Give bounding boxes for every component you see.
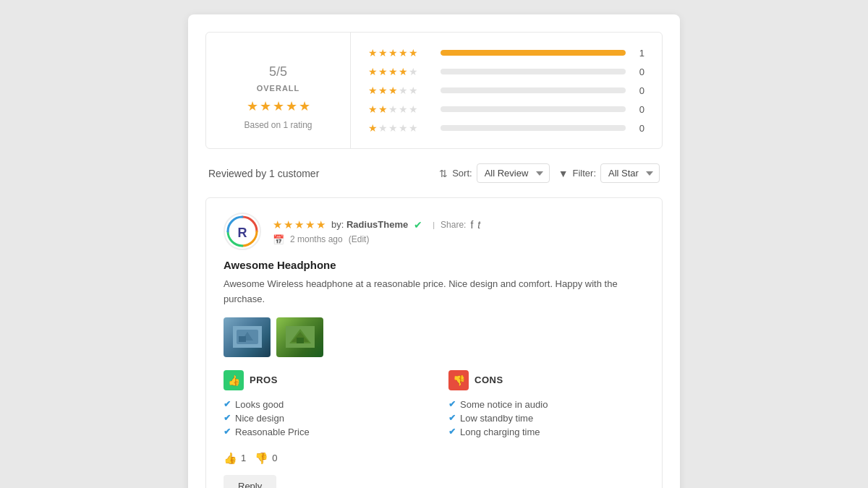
review-images <box>224 317 644 357</box>
bar-count-4: 0 <box>633 67 644 77</box>
bar-stars-4: ★ ★ ★ ★ ★ <box>368 66 433 77</box>
bar-row-5: ★ ★ ★ ★ ★ 1 <box>368 47 644 59</box>
s2: ★ <box>378 122 388 134</box>
reply-button[interactable]: Reply <box>224 475 276 488</box>
review-title: Awesome Headphone <box>224 259 644 271</box>
review-card: R ★ ★ ★ ★ ★ <box>205 197 663 488</box>
star-2: ★ <box>260 98 271 114</box>
cons-icon: 👎 <box>448 370 469 390</box>
bar-stars-3: ★ ★ ★ ★ ★ <box>368 85 433 96</box>
overall-score: 5/5 <box>269 51 287 81</box>
s3: ★ <box>388 47 398 59</box>
facebook-icon[interactable]: f <box>470 219 473 231</box>
cons-item-2: ✔ Low standby time <box>448 411 644 425</box>
filter-select[interactable]: All Star 5 Star 4 Star 3 Star 2 Star 1 S… <box>600 163 660 183</box>
review-stars: ★ ★ ★ ★ ★ <box>273 218 326 231</box>
bar-row-3: ★ ★ ★ ★ ★ 0 <box>368 85 644 96</box>
reviewer-name: RadiusTheme <box>346 219 408 230</box>
helpful-row: 👍 1 👎 0 <box>224 452 644 465</box>
reviewed-by: Reviewed by 1 customer <box>208 168 319 179</box>
pros-list: ✔ Looks good ✔ Nice design ✔ Reasonable … <box>224 398 420 439</box>
thumbs-down-btn[interactable]: 👎 0 <box>255 452 277 465</box>
pros-item-2-text: Nice design <box>235 413 284 424</box>
thumbs-up-btn[interactable]: 👍 1 <box>224 452 246 465</box>
check-icon-1: ✔ <box>224 399 231 409</box>
review-by-label: by: RadiusTheme <box>331 219 408 230</box>
s5: ★ <box>409 122 418 134</box>
twitter-icon[interactable]: t <box>477 219 480 231</box>
calendar-icon: 📅 <box>273 234 284 245</box>
avatar: R <box>224 213 261 250</box>
review-header: R ★ ★ ★ ★ ★ <box>224 213 644 250</box>
s5: ★ <box>409 103 418 115</box>
check-icon-3: ✔ <box>224 427 231 437</box>
bar-count-3: 0 <box>633 85 644 96</box>
pros-header: 👍 PROS <box>224 370 420 390</box>
cons-title: CONS <box>475 374 503 385</box>
cons-section: 👎 CONS ✔ Some notice in audio ✔ Low stan… <box>448 370 644 439</box>
sort-label: Sort: <box>452 168 472 179</box>
filter-icon: ▼ <box>558 168 569 179</box>
s1: ★ <box>368 47 378 59</box>
cons-item-1-text: Some notice in audio <box>460 399 548 410</box>
pros-title: PROS <box>250 374 278 385</box>
bar-track-5 <box>441 50 626 56</box>
bar-stars-2: ★ ★ ★ ★ ★ <box>368 103 433 115</box>
svg-text:R: R <box>238 226 247 240</box>
pros-icon: 👍 <box>224 370 244 390</box>
bar-track-4 <box>441 69 626 74</box>
rs4: ★ <box>305 218 315 231</box>
pros-section: 👍 PROS ✔ Looks good ✔ Nice design ✔ Reas… <box>224 370 420 439</box>
edit-link[interactable]: (Edit) <box>349 234 370 244</box>
s2: ★ <box>378 47 388 59</box>
review-image-1[interactable] <box>224 317 271 357</box>
pros-item-2: ✔ Nice design <box>224 411 420 425</box>
score-value: 5 <box>269 64 276 79</box>
s4: ★ <box>399 47 408 59</box>
s5: ★ <box>409 47 418 59</box>
bar-stars-1: ★ ★ ★ ★ ★ <box>368 122 433 134</box>
bar-count-1: 0 <box>633 123 644 134</box>
overall-stars: ★ ★ ★ ★ ★ <box>247 98 310 114</box>
review-meta: ★ ★ ★ ★ ★ by: RadiusTheme ✔ | Share: f <box>273 218 480 245</box>
svg-rect-8 <box>297 338 304 343</box>
rs2: ★ <box>284 218 293 231</box>
main-container: 5/5 OVERALL ★ ★ ★ ★ ★ Based on 1 rating … <box>188 14 680 488</box>
cons-list: ✔ Some notice in audio ✔ Low standby tim… <box>448 398 644 439</box>
sort-group: ⇅ Sort: All Review Latest Oldest Highest… <box>439 163 549 183</box>
review-date: 2 months ago <box>290 234 343 244</box>
cons-item-3: ✔ Long charging time <box>448 425 644 439</box>
rs1: ★ <box>273 218 282 231</box>
pros-cons: 👍 PROS ✔ Looks good ✔ Nice design ✔ Reas… <box>224 370 644 439</box>
s4: ★ <box>399 85 408 96</box>
cons-item-1: ✔ Some notice in audio <box>448 398 644 411</box>
review-image-2[interactable] <box>276 317 323 357</box>
sort-select[interactable]: All Review Latest Oldest Highest Lowest <box>477 163 550 183</box>
bar-track-1 <box>441 125 626 131</box>
star-3: ★ <box>273 98 284 114</box>
overall-box: 5/5 OVERALL ★ ★ ★ ★ ★ Based on 1 rating <box>206 33 351 148</box>
bar-track-2 <box>441 106 626 112</box>
s1: ★ <box>368 85 378 96</box>
bar-row-2: ★ ★ ★ ★ ★ 0 <box>368 103 644 115</box>
s1: ★ <box>368 122 378 134</box>
reviews-header: Reviewed by 1 customer ⇅ Sort: All Revie… <box>205 163 663 183</box>
s3: ★ <box>388 122 398 134</box>
pros-item-1-text: Looks good <box>235 399 284 410</box>
filter-group: ▼ Filter: All Star 5 Star 4 Star 3 Star … <box>558 163 660 183</box>
share-section: Share: f t <box>441 219 480 231</box>
rating-summary: 5/5 OVERALL ★ ★ ★ ★ ★ Based on 1 rating … <box>205 32 663 149</box>
score-out-of: /5 <box>276 64 287 79</box>
verified-icon: ✔ <box>414 219 422 231</box>
rs5: ★ <box>316 218 326 231</box>
pros-item-3-text: Reasonable Price <box>235 427 310 437</box>
by-text: by: <box>331 219 344 230</box>
sort-filter: ⇅ Sort: All Review Latest Oldest Highest… <box>439 163 660 183</box>
separator: | <box>433 221 435 229</box>
s4: ★ <box>399 66 408 77</box>
s2: ★ <box>378 85 388 96</box>
pros-item-1: ✔ Looks good <box>224 398 420 411</box>
check-icon-2: ✔ <box>224 413 231 423</box>
check-icon-c3: ✔ <box>448 427 456 437</box>
share-label: Share: <box>441 220 466 230</box>
